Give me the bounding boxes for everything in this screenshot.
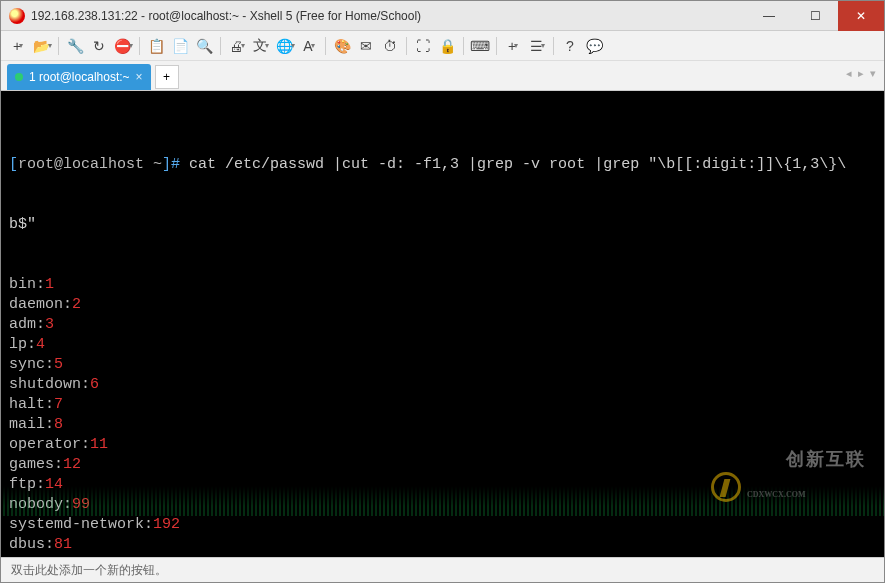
help-icon[interactable]: ?: [559, 35, 581, 57]
status-dot-icon: [15, 73, 23, 81]
scroll-right-icon[interactable]: ▸: [858, 67, 864, 80]
copy-icon[interactable]: 📋: [145, 35, 167, 57]
separator: [406, 37, 407, 55]
separator: [139, 37, 140, 55]
clock-icon[interactable]: ⏱: [379, 35, 401, 57]
terminal[interactable]: [root@localhost ~]# cat /etc/passwd |cut…: [1, 91, 884, 557]
reconnect-icon[interactable]: ↻: [88, 35, 110, 57]
disconnect-icon[interactable]: ⛔▾: [112, 35, 134, 57]
watermark-text: 创新互联: [786, 449, 866, 469]
status-hint: 双击此处添加一个新的按钮。: [11, 562, 167, 579]
watermark-sub: CDXWCX.COM: [747, 485, 866, 505]
output-line: sync:5: [9, 355, 876, 375]
window-title: 192.168.238.131:22 - root@localhost:~ - …: [31, 9, 746, 23]
tab-close-icon[interactable]: ×: [136, 70, 143, 84]
session-tab[interactable]: 1 root@localhost:~ ×: [7, 64, 151, 90]
font-icon[interactable]: A▾: [298, 35, 320, 57]
separator: [496, 37, 497, 55]
add-button-icon[interactable]: +▾: [502, 35, 524, 57]
chat-icon[interactable]: 💬: [583, 35, 605, 57]
app-icon: [9, 8, 25, 24]
fullscreen-icon[interactable]: ⛶: [412, 35, 434, 57]
new-tab-button[interactable]: +: [155, 65, 179, 89]
paste-icon[interactable]: 📄: [169, 35, 191, 57]
separator: [220, 37, 221, 55]
output-line: shutdown:6: [9, 375, 876, 395]
color-icon[interactable]: 🎨: [331, 35, 353, 57]
minimize-button[interactable]: —: [746, 1, 792, 31]
watermark-logo-icon: [711, 472, 741, 502]
close-button[interactable]: ✕: [838, 1, 884, 31]
keyboard-icon[interactable]: ⌨: [469, 35, 491, 57]
lock-icon[interactable]: 🔒: [436, 35, 458, 57]
separator: [325, 37, 326, 55]
tab-scroll: ◂ ▸ ▾: [846, 67, 876, 80]
tab-menu-icon[interactable]: ▾: [870, 67, 876, 80]
globe-icon[interactable]: 🌐▾: [274, 35, 296, 57]
output-line: polkitd:999: [9, 555, 876, 557]
scroll-left-icon[interactable]: ◂: [846, 67, 852, 80]
output-line: adm:3: [9, 315, 876, 335]
output-line: lp:4: [9, 335, 876, 355]
find-icon[interactable]: 🔍: [193, 35, 215, 57]
status-bar[interactable]: 双击此处添加一个新的按钮。: [1, 557, 884, 583]
tab-label: 1 root@localhost:~: [29, 70, 130, 84]
titlebar: 192.168.238.131:22 - root@localhost:~ - …: [1, 1, 884, 31]
toolbar: +▾ 📂▾ 🔧 ↻ ⛔▾ 📋 📄 🔍 🖨▾ 文▾ 🌐▾ A▾ 🎨 ✉ ⏱ ⛶ 🔒…: [1, 31, 884, 61]
output-line: bin:1: [9, 275, 876, 295]
separator: [553, 37, 554, 55]
print-icon[interactable]: 🖨▾: [226, 35, 248, 57]
watermark: 创新互联 CDXWCX.COM: [711, 429, 866, 545]
separator: [463, 37, 464, 55]
compose-icon[interactable]: ✉: [355, 35, 377, 57]
open-icon[interactable]: 📂▾: [31, 35, 53, 57]
list-icon[interactable]: ☰▾: [526, 35, 548, 57]
output-line: halt:7: [9, 395, 876, 415]
separator: [58, 37, 59, 55]
output-line: daemon:2: [9, 295, 876, 315]
encoding-icon[interactable]: 文▾: [250, 35, 272, 57]
maximize-button[interactable]: ☐: [792, 1, 838, 31]
new-session-icon[interactable]: +▾: [7, 35, 29, 57]
tab-bar: 1 root@localhost:~ × + ◂ ▸ ▾: [1, 61, 884, 91]
properties-icon[interactable]: 🔧: [64, 35, 86, 57]
